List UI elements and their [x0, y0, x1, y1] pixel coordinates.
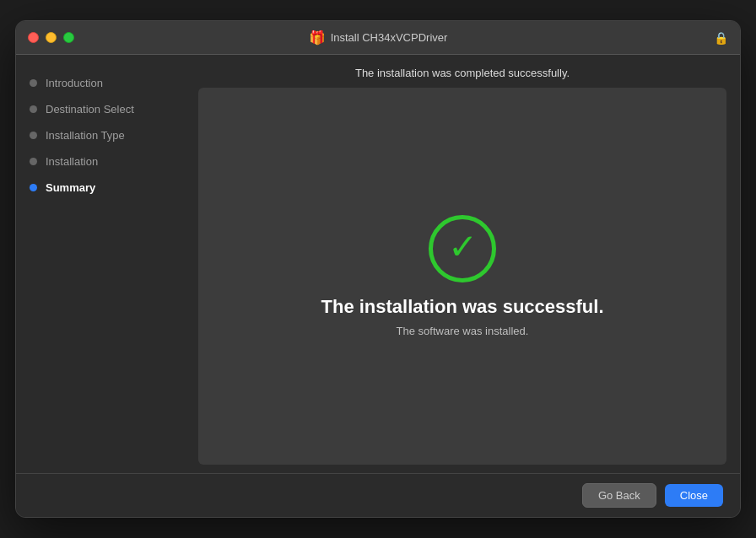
- success-subtitle: The software was installed.: [397, 325, 529, 337]
- sidebar-label-introduction: Introduction: [46, 77, 103, 89]
- sidebar-label-installation: Installation: [46, 155, 98, 168]
- sidebar-item-destination-select: Destination Select: [16, 98, 185, 121]
- zoom-dot[interactable]: [63, 32, 74, 43]
- sidebar: Introduction Destination Select Installa…: [16, 55, 185, 473]
- success-title: The installation was successful.: [321, 296, 604, 318]
- minimize-dot[interactable]: [46, 32, 57, 43]
- sidebar-label-installation-type: Installation Type: [46, 129, 125, 142]
- titlebar-title: 🎁 Install CH34xVCPDriver: [309, 30, 448, 46]
- content-panel: ✓ The installation was successful. The s…: [198, 88, 726, 465]
- sidebar-item-installation-type: Installation Type: [16, 124, 185, 147]
- main-content: The installation was completed successfu…: [185, 55, 740, 473]
- sidebar-item-installation: Installation: [16, 150, 185, 173]
- sidebar-dot-destination-select: [30, 105, 37, 113]
- app-icon: 🎁: [309, 30, 326, 46]
- sidebar-dot-installation: [30, 158, 37, 165]
- sidebar-dot-installation-type: [30, 132, 37, 139]
- lock-icon: 🔒: [714, 31, 728, 45]
- sidebar-item-summary: Summary: [16, 176, 185, 199]
- header-status-text: The installation was completed successfu…: [355, 67, 570, 79]
- titlebar: 🎁 Install CH34xVCPDriver 🔒: [16, 21, 740, 55]
- go-back-button[interactable]: Go Back: [582, 483, 656, 508]
- sidebar-label-destination-select: Destination Select: [46, 103, 134, 116]
- window-body: Introduction Destination Select Installa…: [16, 55, 740, 473]
- footer: Go Back Close: [16, 473, 740, 517]
- sidebar-item-introduction: Introduction: [16, 72, 185, 94]
- success-circle: ✓: [429, 215, 496, 282]
- titlebar-text: Install CH34xVCPDriver: [331, 31, 448, 44]
- close-button[interactable]: Close: [665, 484, 723, 507]
- close-dot[interactable]: [28, 32, 39, 43]
- sidebar-dot-summary: [30, 184, 37, 191]
- checkmark-icon: ✓: [448, 229, 478, 265]
- sidebar-label-summary: Summary: [46, 181, 95, 194]
- window-controls: [28, 32, 74, 43]
- installer-window: 🎁 Install CH34xVCPDriver 🔒 Introduction …: [15, 20, 741, 518]
- sidebar-dot-introduction: [30, 79, 37, 87]
- header-status: The installation was completed successfu…: [185, 55, 740, 88]
